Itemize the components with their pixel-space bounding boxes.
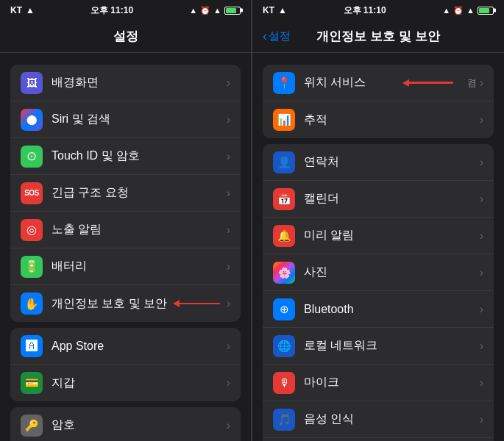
label-bluetooth: Bluetooth xyxy=(304,303,480,316)
wifi-icon: ▲ xyxy=(213,6,221,15)
battery-icon-right xyxy=(478,7,494,15)
chevron-contacts-right: › xyxy=(480,156,483,169)
status-left-right: KT ▲ xyxy=(263,5,287,15)
location-value: 켬 xyxy=(467,76,477,90)
label-appstore: App Store xyxy=(52,340,227,353)
back-label: 설정 xyxy=(269,29,291,43)
section-inner-r2: 👤 연락처 › 📅 캘린더 › 🔔 미리 알림 › xyxy=(263,144,494,441)
row-calendar[interactable]: 📅 캘린더 › xyxy=(263,181,494,218)
right-panel: KT ▲ 오후 11:10 ▲ ⏰ ▲ ‹ 설정 개인정보 보호 및 보안 xyxy=(252,0,504,441)
section-group-r2: 👤 연락처 › 📅 캘린더 › 🔔 미리 알림 › xyxy=(252,144,504,441)
icon-speech: 🎵 xyxy=(273,409,295,431)
icon-exposure: ◎ xyxy=(21,219,43,241)
arrow-head-location xyxy=(402,79,409,87)
left-panel: KT ▲ 오후 11:10 ▲ ⏰ ▲ 설정 🖼 배경화면 xyxy=(0,0,252,441)
battery-fill-left xyxy=(226,8,236,13)
row-wallpaper[interactable]: 🖼 배경화면 › xyxy=(10,65,241,101)
chevron-siri: › xyxy=(227,113,230,126)
row-tracking[interactable]: 📊 추적 › xyxy=(263,101,494,138)
row-contacts-right[interactable]: 👤 연락처 › xyxy=(263,144,494,181)
label-reminders: 미리 알림 xyxy=(304,228,480,243)
row-battery[interactable]: 🔋 배터리 › xyxy=(10,248,241,285)
alarm-icon-right: ⏰ xyxy=(453,6,464,15)
carrier-left: KT xyxy=(10,5,22,15)
red-arrow-location xyxy=(402,79,453,87)
row-touchid[interactable]: ⊙ Touch ID 및 암호 › xyxy=(10,138,241,175)
label-contacts-right: 연락처 xyxy=(304,154,480,170)
row-passwords[interactable]: 🔑 암호 › xyxy=(10,407,241,441)
icon-bluetooth: ⊕ xyxy=(273,298,295,320)
row-camera[interactable]: 📷 카메라 › xyxy=(263,438,494,441)
chevron-localnetwork: › xyxy=(480,340,483,353)
row-exposure[interactable]: ◎ 노출 알림 › xyxy=(10,212,241,248)
icon-touchid: ⊙ xyxy=(21,146,43,168)
icon-siri: ⬤ xyxy=(21,109,43,131)
row-sos[interactable]: SOS 긴급 구조 요청 › xyxy=(10,175,241,212)
row-photos[interactable]: 🌸 사진 › xyxy=(263,254,494,291)
row-bluetooth[interactable]: ⊕ Bluetooth › xyxy=(263,291,494,328)
label-exposure: 노출 알림 xyxy=(52,222,227,237)
battery-tip-left xyxy=(241,9,243,12)
chevron-bluetooth: › xyxy=(480,303,483,316)
section-group-r1: 📍 위치 서비스 켬 › 📊 추적 › xyxy=(252,65,504,138)
row-location[interactable]: 📍 위치 서비스 켬 › xyxy=(263,65,494,101)
chevron-touchid: › xyxy=(227,150,230,163)
icon-microphone: 🎙 xyxy=(273,372,295,394)
label-microphone: 마이크 xyxy=(304,375,480,390)
icon-photos: 🌸 xyxy=(273,262,295,284)
nav-header-left: 설정 xyxy=(0,21,251,53)
label-localnetwork: 로컬 네트워크 xyxy=(304,338,480,354)
battery-icon-left xyxy=(224,7,241,15)
label-passwords: 암호 xyxy=(52,417,227,433)
label-sos: 긴급 구조 요청 xyxy=(52,185,227,201)
icon-localnetwork: 🌐 xyxy=(273,335,295,357)
chevron-wallpaper: › xyxy=(227,76,230,90)
label-calendar: 캘린더 xyxy=(304,191,480,207)
row-privacy[interactable]: ✋ 개인정보 보호 및 보안 › xyxy=(10,285,241,322)
chevron-location: › xyxy=(480,76,483,90)
status-bar-right: KT ▲ 오후 11:10 ▲ ⏰ ▲ xyxy=(252,0,504,21)
battery-tip-right xyxy=(494,9,496,12)
chevron-appstore: › xyxy=(227,340,230,353)
scroll-content-left[interactable]: 🖼 배경화면 › ⬤ Siri 및 검색 › ⊙ Touch ID 및 암호 › xyxy=(0,53,251,441)
time-left: 오후 11:10 xyxy=(90,4,133,17)
icon-wallet: 💳 xyxy=(21,372,43,394)
row-localnetwork[interactable]: 🌐 로컬 네트워크 › xyxy=(263,328,494,365)
icon-location: 📍 xyxy=(273,72,295,94)
row-appstore[interactable]: 🅰 App Store › xyxy=(10,328,241,365)
status-right-left: ▲ ⏰ ▲ xyxy=(189,6,241,15)
section-inner-r1: 📍 위치 서비스 켬 › 📊 추적 › xyxy=(263,65,494,138)
icon-appstore: 🅰 xyxy=(21,335,43,357)
chevron-reminders: › xyxy=(480,229,483,243)
section-group-3: 🔑 암호 › ✉ Mail › 👤 연락처 › xyxy=(0,407,251,441)
icon-wallpaper: 🖼 xyxy=(21,72,43,94)
red-arrow-privacy xyxy=(173,300,220,307)
section-inner-1: 🖼 배경화면 › ⬤ Siri 및 검색 › ⊙ Touch ID 및 암호 › xyxy=(10,65,241,322)
nav-header-right: ‹ 설정 개인정보 보호 및 보안 xyxy=(252,21,504,53)
row-reminders[interactable]: 🔔 미리 알림 › xyxy=(263,218,494,254)
back-chevron-icon: ‹ xyxy=(263,29,267,44)
scroll-content-right[interactable]: 📍 위치 서비스 켬 › 📊 추적 › xyxy=(252,53,504,441)
arrow-line xyxy=(180,303,220,305)
section-group-2: 🅰 App Store › 💳 지갑 › xyxy=(0,328,251,401)
chevron-speech: › xyxy=(480,413,483,426)
label-battery: 배터리 xyxy=(52,259,227,274)
status-left-left: KT ▲ xyxy=(10,5,35,15)
chevron-photos: › xyxy=(480,266,483,279)
chevron-wallet: › xyxy=(227,376,230,390)
time-right: 오후 11:10 xyxy=(344,4,386,17)
row-wallet[interactable]: 💳 지갑 › xyxy=(10,365,241,401)
chevron-tracking: › xyxy=(480,113,483,126)
section-inner-3: 🔑 암호 › ✉ Mail › 👤 연락처 › xyxy=(10,407,241,441)
nav-back-button[interactable]: ‹ 설정 xyxy=(263,29,291,44)
row-microphone[interactable]: 🎙 마이크 › xyxy=(263,365,494,401)
icon-calendar: 📅 xyxy=(273,188,295,210)
label-photos: 사진 xyxy=(304,265,480,280)
section-group-1: 🖼 배경화면 › ⬤ Siri 및 검색 › ⊙ Touch ID 및 암호 › xyxy=(0,65,251,322)
row-siri[interactable]: ⬤ Siri 및 검색 › xyxy=(10,101,241,138)
label-wallpaper: 배경화면 xyxy=(52,75,227,90)
status-right-right: ▲ ⏰ ▲ xyxy=(442,6,494,15)
icon-privacy: ✋ xyxy=(21,293,43,315)
label-speech: 음성 인식 xyxy=(304,412,480,427)
row-speech[interactable]: 🎵 음성 인식 › xyxy=(263,401,494,438)
